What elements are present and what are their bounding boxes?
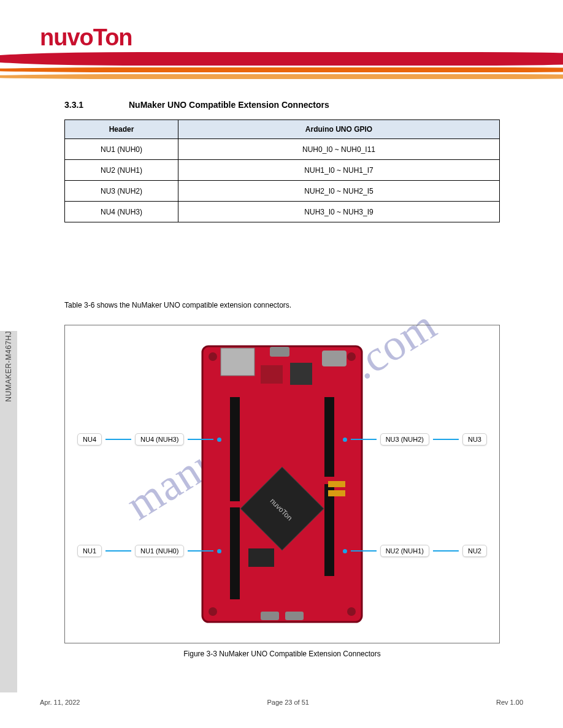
svg-rect-14 <box>324 484 334 576</box>
table-row: NU1 (NUH0) NUH0_I0 ~ NUH0_I11 <box>65 139 500 160</box>
svg-rect-13 <box>324 397 334 477</box>
side-tab: NUMAKER-M467HJ <box>0 331 17 692</box>
footer-date: Apr. 11, 2022 <box>40 699 80 706</box>
table-cell: NUH3_I0 ~ NUH3_I9 <box>178 202 500 222</box>
callout-nu3: NU3 (NUH2) NU3 <box>343 433 487 446</box>
callout-small-label: NU4 <box>77 433 102 446</box>
table-row: NU3 (NUH2) NUH2_I0 ~ NUH2_I5 <box>65 181 500 202</box>
svg-rect-11 <box>230 397 240 501</box>
brand-logo: nuvoTon <box>40 25 132 51</box>
callout-big-label: NU4 (NUH3) <box>135 433 184 446</box>
callout-big-label: NU2 (NUH1) <box>380 545 429 557</box>
footer-page: Page 23 of 51 <box>267 699 309 706</box>
svg-rect-7 <box>270 347 289 357</box>
svg-rect-6 <box>221 348 255 376</box>
table-row: NU2 (NUH1) NUH1_I0 ~ NUH1_I7 <box>65 160 500 181</box>
table-cell: NUH2_I0 ~ NUH2_I5 <box>178 181 500 202</box>
callout-small-label: NU2 <box>462 545 487 557</box>
callout-big-label: NU1 (NUH0) <box>135 545 184 557</box>
svg-rect-8 <box>322 351 347 366</box>
table-cell: NU1 (NUH0) <box>65 139 178 160</box>
svg-rect-12 <box>230 507 240 599</box>
svg-rect-20 <box>285 612 304 620</box>
callout-big-label: NU3 (NUH2) <box>380 433 429 446</box>
board-image: nuvoTon <box>199 343 365 625</box>
figure-caption: Figure 3-3 NuMaker UNO Compatible Extens… <box>64 650 500 658</box>
svg-rect-21 <box>328 481 345 487</box>
svg-point-3 <box>347 352 356 361</box>
svg-point-2 <box>209 352 217 361</box>
table-cell: NU3 (NUH2) <box>65 181 178 202</box>
section-number: 3.3.1 <box>64 100 83 110</box>
table-cell: NU4 (NUH3) <box>65 202 178 222</box>
side-tab-label: NUMAKER-M467HJ <box>4 331 13 414</box>
table-reference-paragraph: Table 3-6 shows the NuMaker UNO compatib… <box>64 300 500 311</box>
svg-rect-9 <box>290 363 312 385</box>
section-title: NuMaker UNO Compatible Extension Connect… <box>129 100 329 110</box>
svg-rect-22 <box>328 490 345 496</box>
callout-nu2: NU2 (NUH1) NU2 <box>343 545 487 557</box>
table-cell: NUH1_I0 ~ NUH1_I7 <box>178 160 500 181</box>
document-header: nuvoTon <box>0 0 563 86</box>
svg-rect-10 <box>261 365 283 384</box>
callout-nu1: NU1 NU1 (NUH0) <box>77 545 221 557</box>
extension-connector-table: Header Arduino UNO GPIO NU1 (NUH0) NUH0_… <box>64 119 500 222</box>
table-cell: NU2 (NUH1) <box>65 160 178 181</box>
header-stripes <box>0 52 563 86</box>
svg-rect-18 <box>248 548 274 567</box>
svg-point-4 <box>209 607 217 616</box>
callout-small-label: NU3 <box>462 433 487 446</box>
callout-nu4: NU4 NU4 (NUH3) <box>77 433 221 446</box>
callout-small-label: NU1 <box>77 545 102 557</box>
table-header-cell: Arduino UNO GPIO <box>178 120 500 139</box>
figure-box: nuvoTon NU4 NU4 (NUH3) NU3 (NUH2) NU3 NU… <box>64 325 500 643</box>
svg-point-5 <box>347 607 356 616</box>
table-row: NU4 (NUH3) NUH3_I0 ~ NUH3_I9 <box>65 202 500 222</box>
table-cell: NUH0_I0 ~ NUH0_I11 <box>178 139 500 160</box>
page-footer: Apr. 11, 2022 Page 23 of 51 Rev 1.00 <box>40 699 523 706</box>
table-header-cell: Header <box>65 120 178 139</box>
svg-rect-19 <box>261 612 279 620</box>
footer-rev: Rev 1.00 <box>496 699 523 706</box>
